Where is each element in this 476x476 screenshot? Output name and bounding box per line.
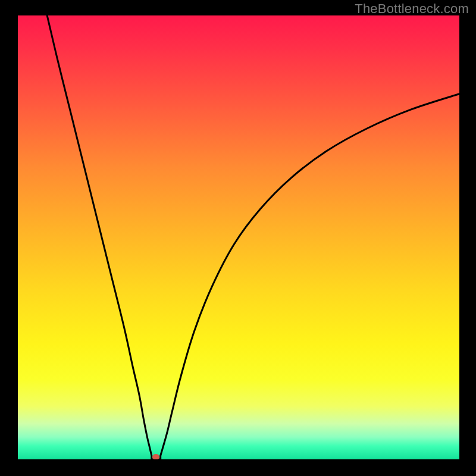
minimum-marker-icon [152, 454, 159, 459]
bottleneck-curve [18, 15, 459, 459]
plot-area [18, 15, 459, 459]
chart-frame: TheBottleneck.com [0, 0, 476, 476]
watermark-text: TheBottleneck.com [355, 1, 469, 17]
